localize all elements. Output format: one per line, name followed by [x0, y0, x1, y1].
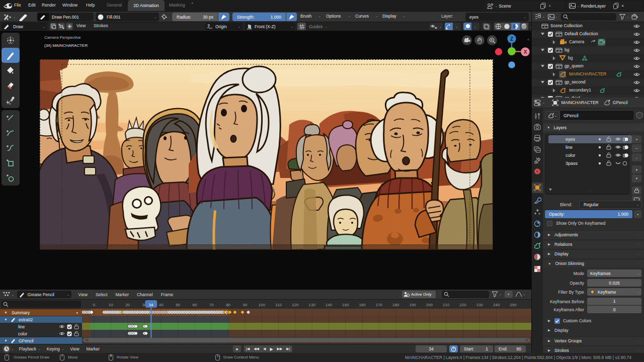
svg-text:X: X	[524, 49, 527, 55]
svg-text:50: 50	[176, 303, 180, 307]
svg-text:90: 90	[243, 303, 247, 307]
svg-text:80: 80	[226, 303, 230, 307]
svg-text:210: 210	[443, 303, 450, 307]
svg-text:10: 10	[109, 303, 113, 307]
svg-text:::::: ::::	[587, 189, 593, 192]
svg-text:160: 160	[359, 303, 366, 307]
svg-text:color: color	[566, 153, 576, 158]
svg-text:220: 220	[459, 303, 466, 307]
svg-text:0: 0	[93, 303, 96, 307]
svg-text:eyes: eyes	[566, 137, 576, 142]
svg-text:60: 60	[192, 303, 197, 307]
svg-text:line: line	[566, 145, 573, 150]
svg-text:150: 150	[342, 303, 349, 307]
svg-text:34: 34	[149, 303, 153, 307]
svg-text:120: 120	[292, 303, 299, 307]
svg-text:40: 40	[159, 303, 164, 307]
svg-text:3pass: 3pass	[566, 161, 578, 166]
svg-text:230: 230	[476, 303, 484, 307]
svg-text:130: 130	[309, 303, 316, 307]
svg-text:70: 70	[209, 303, 214, 307]
svg-text:100: 100	[259, 303, 266, 307]
svg-text:20: 20	[125, 303, 130, 307]
svg-text:180: 180	[392, 303, 399, 307]
svg-text:200: 200	[426, 303, 433, 307]
svg-text:190: 190	[409, 303, 416, 307]
svg-text:170: 170	[376, 303, 383, 307]
svg-text:110: 110	[275, 303, 282, 307]
svg-text:Z: Z	[510, 36, 513, 42]
svg-text:250: 250	[510, 303, 517, 307]
svg-text:140: 140	[326, 303, 333, 307]
svg-text:240: 240	[493, 303, 500, 307]
